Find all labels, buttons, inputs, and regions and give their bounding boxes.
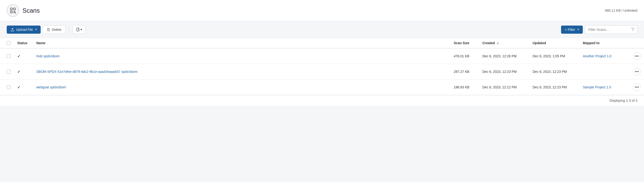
row-checkbox[interactable]	[7, 70, 10, 74]
export-icon	[76, 27, 80, 31]
svg-marker-7	[631, 28, 634, 30]
row-actions: •••	[630, 64, 644, 80]
row-status: ✓	[14, 48, 33, 64]
th-checkbox	[0, 38, 14, 48]
row-actions-button[interactable]: •••	[633, 52, 641, 60]
status-check-icon: ✓	[17, 70, 20, 74]
row-checkbox-cell	[0, 48, 14, 64]
th-created[interactable]: Created ∨	[479, 38, 529, 48]
row-updated: Dec 6, 2023, 12:23 PM	[529, 64, 580, 80]
status-check-icon: ✓	[17, 54, 20, 58]
row-created: Dec 6, 2023, 12:23 PM	[479, 64, 529, 80]
row-status: ✓	[14, 80, 33, 95]
filter-chevron-icon: ▾	[578, 28, 579, 31]
row-scan-size: 287.27 KB	[450, 64, 479, 80]
row-name: SBOM-SPDX-51e7efee-d879-4dc2-9b1e-aaa43e…	[33, 64, 450, 80]
created-sort-icon: ∨	[497, 42, 499, 45]
table-row: ✓ webgoat spdx/sbom 196.83 KB Dec 6, 202…	[0, 80, 644, 95]
scan-name-link[interactable]: webgoat spdx/sbom	[36, 85, 66, 89]
svg-rect-2	[10, 11, 12, 13]
storage-info: 960.11 KB / Unlimited	[605, 8, 637, 12]
row-updated: Dec 6, 2023, 1:05 PM	[529, 48, 580, 64]
scan-name-link[interactable]: Hub spdx/sbom	[36, 54, 60, 58]
svg-rect-0	[10, 8, 12, 10]
row-scan-size: 196.83 KB	[450, 80, 479, 95]
row-actions-button[interactable]: •••	[633, 68, 641, 75]
export-chevron-icon: ▾	[80, 28, 82, 31]
row-actions: •••	[630, 80, 644, 95]
row-mapped-to	[580, 64, 630, 80]
row-created: Dec 6, 2023, 12:28 PM	[479, 48, 529, 64]
row-name: webgoat spdx/sbom	[33, 80, 450, 95]
row-updated: Dec 6, 2023, 12:23 PM	[529, 80, 580, 95]
page-header: Scans 960.11 KB / Unlimited	[0, 0, 644, 21]
table-row: ✓ SBOM-SPDX-51e7efee-d879-4dc2-9b1e-aaa4…	[0, 64, 644, 80]
filter-funnel-icon	[631, 27, 635, 32]
row-checkbox[interactable]	[7, 85, 10, 89]
scan-name-link[interactable]: SBOM-SPDX-51e7efee-d879-4dc2-9b1e-aaa43e…	[36, 70, 138, 74]
mapped-to-link[interactable]: Sample Project 1.0	[583, 85, 611, 89]
row-checkbox-cell	[0, 64, 14, 80]
row-checkbox-cell	[0, 80, 14, 95]
delete-button[interactable]: Delete	[42, 25, 66, 34]
scans-icon	[7, 4, 19, 17]
row-status: ✓	[14, 64, 33, 80]
th-mapped-to: Mapped to	[580, 38, 630, 48]
scans-table: Status Name Scan Size Created ∨ Updated …	[0, 38, 644, 95]
toolbar-separator	[69, 25, 69, 34]
row-actions: •••	[630, 48, 644, 64]
row-name: Hub spdx/sbom	[33, 48, 450, 64]
th-scan-size: Scan Size	[450, 38, 479, 48]
toolbar: Upload File ▾ Delete ▾ + Filter ▾	[0, 21, 644, 38]
th-name: Name	[33, 38, 450, 48]
svg-point-3	[14, 11, 15, 13]
upload-icon	[10, 28, 14, 31]
svg-rect-1	[14, 8, 15, 10]
th-actions	[630, 38, 644, 48]
delete-icon	[46, 28, 50, 31]
row-checkbox[interactable]	[7, 54, 10, 58]
filter-scans-input[interactable]	[585, 25, 637, 34]
page-title: Scans	[22, 7, 40, 14]
scans-table-wrap: Status Name Scan Size Created ∨ Updated …	[0, 38, 644, 106]
row-mapped-to: Another Project 1.0	[580, 48, 630, 64]
export-button[interactable]: ▾	[72, 25, 85, 34]
displaying-count: Displaying 1-3 of 3	[610, 99, 637, 102]
row-mapped-to: Sample Project 1.0	[580, 80, 630, 95]
th-updated: Updated	[529, 38, 580, 48]
th-status: Status	[14, 38, 33, 48]
status-check-icon: ✓	[17, 85, 20, 89]
table-footer: Displaying 1-3 of 3	[0, 95, 644, 106]
toolbar-right: + Filter ▾	[561, 25, 637, 34]
filter-button[interactable]: + Filter ▾	[561, 25, 583, 34]
mapped-to-link[interactable]: Another Project 1.0	[583, 54, 612, 58]
upload-chevron-icon: ▾	[36, 28, 37, 31]
table-row: ✓ Hub spdx/sbom 476.01 KB Dec 6, 2023, 1…	[0, 48, 644, 64]
table-header: Status Name Scan Size Created ∨ Updated …	[0, 38, 644, 48]
row-scan-size: 476.01 KB	[450, 48, 479, 64]
header-left: Scans	[7, 4, 40, 17]
table-body: ✓ Hub spdx/sbom 476.01 KB Dec 6, 2023, 1…	[0, 48, 644, 95]
upload-file-button[interactable]: Upload File ▾	[7, 25, 41, 34]
scan-svg-icon	[10, 7, 16, 14]
filter-input-wrap	[585, 25, 637, 34]
row-created: Dec 6, 2023, 12:12 PM	[479, 80, 529, 95]
select-all-checkbox[interactable]	[7, 41, 10, 45]
svg-line-4	[15, 13, 16, 13]
row-actions-button[interactable]: •••	[633, 83, 641, 91]
